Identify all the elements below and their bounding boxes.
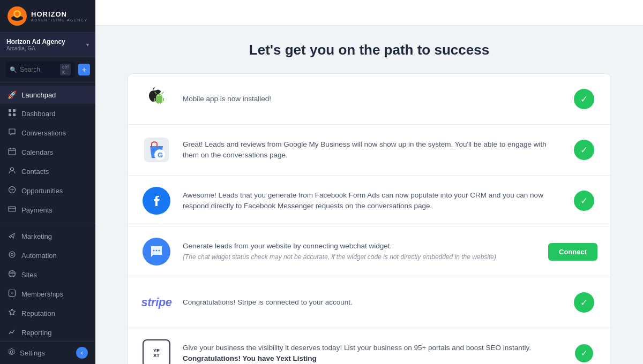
card-row-yext: YE XT Give your business the visibility …	[128, 328, 610, 364]
collapse-sidebar-button[interactable]: ‹	[76, 347, 88, 359]
google-my-business-icon: G	[142, 135, 171, 164]
webchat-connect-button[interactable]: Connect	[548, 243, 597, 261]
svg-point-13	[11, 254, 13, 256]
chevron-down-icon: ▾	[86, 42, 89, 48]
webchat-card-action: Connect	[548, 243, 597, 261]
sidebar-item-conversations[interactable]: Conversations	[0, 123, 95, 142]
sidebar-logo: HORIZON ADVERTISING AGENCY	[0, 0, 95, 33]
contacts-icon	[8, 166, 16, 176]
payments-icon	[8, 205, 16, 215]
nav-divider	[0, 223, 95, 223]
brand-title: HORIZON	[31, 10, 87, 18]
sidebar-item-payments[interactable]: Payments	[0, 200, 95, 219]
facebook-card-action: ✓	[571, 191, 597, 211]
sidebar-item-calendars[interactable]: Calendars	[0, 142, 95, 162]
gmb-card-icon: G	[141, 134, 172, 165]
conversations-icon	[8, 128, 16, 138]
svg-rect-7	[13, 113, 16, 116]
sidebar-item-label: Opportunities	[21, 187, 63, 195]
main-content: Let's get you on the path to success	[95, 0, 643, 364]
sidebar-item-contacts[interactable]: Contacts	[0, 162, 95, 181]
stripe-card-text: Congratulations! Stripe is connected to …	[183, 297, 560, 308]
yext-card-icon: YE XT	[141, 338, 172, 364]
brand-text: HORIZON ADVERTISING AGENCY	[31, 10, 87, 22]
sidebar-item-launchpad[interactable]: 🚀 Launchpad	[0, 86, 95, 104]
sidebar: HORIZON ADVERTISING AGENCY Horizon Ad Ag…	[0, 0, 95, 364]
cards-container: Mobile app is now installed! ✓	[128, 73, 611, 364]
svg-rect-8	[9, 149, 16, 155]
sidebar-item-dashboard[interactable]: Dashboard	[0, 104, 95, 123]
facebook-icon	[143, 187, 170, 215]
gmb-card-text: Great! Leads and reviews from Google My …	[183, 139, 560, 161]
sidebar-item-label: Calendars	[21, 148, 53, 156]
sidebar-item-reputation[interactable]: Reputation	[0, 304, 95, 323]
agency-selector[interactable]: Horizon Ad Agency Arcadia, GA ▾	[0, 33, 95, 57]
check-circle-icon: ✓	[574, 140, 594, 160]
sidebar-item-sites[interactable]: Sites	[0, 265, 95, 284]
svg-point-35	[156, 250, 158, 252]
settings-item[interactable]: Settings	[8, 348, 45, 358]
content-area: Let's get you on the path to success	[95, 26, 643, 364]
brand-subtitle: ADVERTISING AGENCY	[31, 18, 87, 22]
settings-label: Settings	[20, 349, 45, 357]
sidebar-item-label: Reputation	[21, 309, 55, 317]
yext-icon: YE XT	[143, 339, 170, 364]
svg-point-22	[10, 351, 13, 353]
webchat-icon	[143, 238, 170, 266]
svg-point-36	[159, 250, 160, 252]
agency-location: Arcadia, GA	[6, 46, 65, 51]
svg-point-9	[10, 168, 13, 171]
search-shortcut: ctrl K	[60, 64, 71, 75]
svg-rect-27	[158, 101, 159, 104]
search-input-wrap: 🔍 ctrl K	[5, 62, 75, 78]
svg-point-3	[15, 12, 19, 16]
sidebar-item-automation[interactable]: Automation	[0, 246, 95, 265]
sidebar-item-label: Memberships	[21, 290, 63, 298]
sidebar-item-label: Automation	[21, 252, 57, 260]
sidebar-item-label: Marketing	[21, 232, 52, 240]
main-header	[95, 0, 643, 26]
svg-rect-25	[154, 98, 155, 101]
yext-card-text: Give your business the visibility it des…	[183, 343, 560, 364]
svg-point-24	[160, 95, 161, 96]
search-icon: 🔍	[10, 66, 17, 73]
card-row-stripe: stripe Congratulations! Stripe is connec…	[128, 277, 610, 328]
webchat-card-icon	[141, 236, 172, 267]
svg-text:G: G	[158, 151, 163, 159]
sites-icon	[8, 270, 16, 279]
sidebar-item-label: Dashboard	[21, 110, 56, 118]
sidebar-item-label: Launchpad	[21, 91, 56, 99]
mobile-app-card-action: ✓	[571, 89, 597, 109]
search-bar: 🔍 ctrl K +	[0, 57, 95, 82]
sidebar-footer: Settings ‹	[0, 341, 95, 364]
sidebar-item-label: Conversations	[21, 129, 66, 137]
mobile-app-card-text: Mobile app is now installed!	[183, 94, 560, 104]
svg-point-12	[9, 252, 15, 257]
opportunities-icon	[8, 186, 16, 195]
add-button[interactable]: +	[78, 64, 90, 75]
memberships-icon	[8, 289, 16, 299]
sidebar-item-memberships[interactable]: Memberships	[0, 284, 95, 304]
card-row-webchat: Generate leads from your website by conn…	[128, 226, 610, 277]
sidebar-item-marketing[interactable]: Marketing	[0, 226, 95, 246]
check-circle-icon: ✓	[574, 292, 594, 313]
stripe-card-icon: stripe	[141, 287, 172, 318]
search-input[interactable]	[20, 66, 57, 73]
svg-rect-11	[9, 207, 16, 211]
card-row-mobile-app: Mobile app is now installed! ✓	[128, 74, 610, 125]
automation-icon	[8, 251, 16, 260]
sidebar-item-reporting[interactable]: Reporting	[0, 323, 95, 341]
svg-point-23	[158, 95, 159, 96]
svg-point-34	[153, 250, 155, 252]
check-circle-icon: ✓	[574, 89, 594, 109]
check-circle-icon: ✓	[574, 191, 594, 211]
sidebar-item-opportunities[interactable]: Opportunities	[0, 181, 95, 200]
sidebar-item-label: Payments	[21, 206, 53, 214]
card-row-facebook: Awesome! Leads that you generate from Fa…	[128, 176, 610, 226]
sidebar-item-label: Contacts	[21, 168, 49, 176]
stripe-card-action: ✓	[571, 292, 597, 313]
reputation-icon	[8, 308, 16, 318]
nav-items: 🚀 Launchpad Dashboard Conversations Cale…	[0, 82, 95, 341]
settings-icon	[8, 348, 16, 358]
launchpad-icon: 🚀	[8, 90, 16, 99]
